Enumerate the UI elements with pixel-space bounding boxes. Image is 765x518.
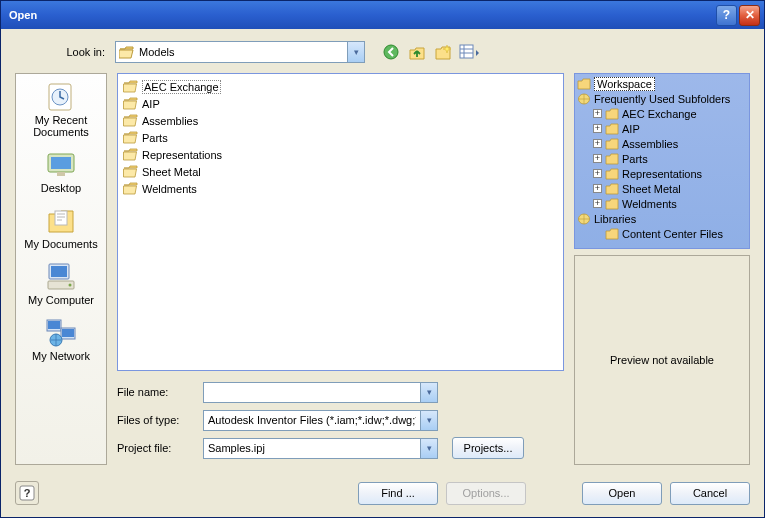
tree-node-label: Frequently Used Subfolders (594, 93, 730, 105)
tree-node[interactable]: +Weldments (577, 196, 747, 211)
globe-icon (577, 93, 591, 105)
folder-open-icon (119, 45, 135, 59)
file-name-dropdown-button[interactable] (420, 383, 437, 402)
tree-expand-icon[interactable]: + (593, 124, 602, 133)
file-list-item[interactable]: Assemblies (122, 112, 559, 129)
place-label: My Network (32, 350, 90, 362)
look-in-label: Look in: (15, 46, 115, 58)
folder-icon (123, 131, 138, 144)
folder-icon (605, 108, 619, 120)
file-list-item-label: Representations (142, 149, 222, 161)
tree-node-label: AIP (622, 123, 640, 135)
file-list-item[interactable]: Sheet Metal (122, 163, 559, 180)
project-file-combo[interactable]: Samples.ipj (203, 438, 438, 459)
projects-button[interactable]: Projects... (452, 437, 524, 459)
place-mydocs[interactable]: My Documents (19, 204, 103, 250)
workspace-tree[interactable]: WorkspaceFrequently Used Subfolders+AEC … (574, 73, 750, 249)
project-file-value: Samples.ipj (208, 442, 265, 454)
back-icon[interactable] (381, 42, 401, 62)
project-file-dropdown-button[interactable] (420, 439, 437, 458)
my-computer-icon (45, 260, 77, 292)
file-list-item[interactable]: Weldments (122, 180, 559, 197)
cancel-button[interactable]: Cancel (670, 482, 750, 505)
help-button[interactable]: ? (15, 481, 39, 505)
file-list-item-label: Assemblies (142, 115, 198, 127)
place-desktop[interactable]: Desktop (19, 148, 103, 194)
look-in-row: Look in: Models (15, 41, 750, 63)
tree-node[interactable]: +Parts (577, 151, 747, 166)
tree-node[interactable]: Libraries (577, 211, 747, 226)
svg-rect-18 (62, 329, 74, 337)
file-type-label: Files of type: (117, 414, 203, 426)
titlebar-close-button[interactable]: ✕ (739, 5, 760, 26)
place-mycomputer[interactable]: My Computer (19, 260, 103, 306)
places-bar: My Recent Documents Desktop My Documents… (15, 73, 107, 465)
svg-rect-10 (55, 211, 67, 225)
tree-node[interactable]: +Assemblies (577, 136, 747, 151)
center-column: AEC ExchangeAIPAssembliesPartsRepresenta… (117, 73, 564, 465)
svg-rect-9 (57, 172, 65, 176)
folder-icon (123, 148, 138, 161)
tree-expand-icon[interactable]: + (593, 139, 602, 148)
folder-icon (123, 97, 138, 110)
tree-node[interactable]: Content Center Files (577, 226, 747, 241)
tree-expand-icon[interactable]: + (593, 184, 602, 193)
file-list-item-label: Parts (142, 132, 168, 144)
file-list-item-label: AEC Exchange (142, 80, 221, 94)
svg-rect-16 (48, 321, 60, 329)
open-button[interactable]: Open (582, 482, 662, 505)
svg-text:?: ? (24, 487, 31, 499)
svg-rect-12 (51, 266, 67, 277)
tree-expand-icon[interactable]: + (593, 109, 602, 118)
svg-point-14 (69, 284, 72, 287)
nav-toolbar (381, 42, 479, 62)
file-list-item[interactable]: AIP (122, 95, 559, 112)
folder-icon (605, 153, 619, 165)
globe-icon (577, 213, 591, 225)
tree-node-label: AEC Exchange (622, 108, 697, 120)
folder-icon (123, 114, 138, 127)
tree-expand-icon[interactable]: + (593, 199, 602, 208)
file-name-label: File name: (117, 386, 203, 398)
place-label: Desktop (41, 182, 81, 194)
titlebar-help-button[interactable]: ? (716, 5, 737, 26)
up-one-level-icon[interactable] (407, 42, 427, 62)
folder-icon (123, 80, 138, 93)
file-list-item[interactable]: Parts (122, 129, 559, 146)
look-in-combo[interactable]: Models (115, 41, 365, 63)
tree-node-label: Sheet Metal (622, 183, 681, 195)
tree-node[interactable]: +AIP (577, 121, 747, 136)
views-icon[interactable] (459, 42, 479, 62)
tree-node[interactable]: +Representations (577, 166, 747, 181)
desktop-icon (45, 148, 77, 180)
file-name-input[interactable] (203, 382, 438, 403)
tree-node[interactable]: +AEC Exchange (577, 106, 747, 121)
place-mynetwork[interactable]: My Network (19, 316, 103, 362)
file-type-combo[interactable]: Autodesk Inventor Files (*.iam;*.idw;*.d… (203, 410, 438, 431)
folder-icon (605, 138, 619, 150)
project-file-label: Project file: (117, 442, 203, 454)
new-folder-icon[interactable] (433, 42, 453, 62)
tree-expand-icon[interactable]: + (593, 169, 602, 178)
tree-node[interactable]: +Sheet Metal (577, 181, 747, 196)
tree-node-label: Libraries (594, 213, 636, 225)
file-list-item-label: Weldments (142, 183, 197, 195)
file-list-item[interactable]: AEC Exchange (122, 78, 559, 95)
find-button[interactable]: Find ... (358, 482, 438, 505)
tree-node[interactable]: Frequently Used Subfolders (577, 91, 747, 106)
content-area: Look in: Models My Recent Documents (1, 29, 764, 517)
file-type-dropdown-button[interactable] (420, 411, 437, 430)
tree-node-label: Content Center Files (622, 228, 723, 240)
svg-rect-8 (51, 157, 71, 169)
folder-icon (605, 183, 619, 195)
window-title: Open (9, 9, 714, 21)
tree-node-label: Parts (622, 153, 648, 165)
tree-expand-icon[interactable]: + (593, 154, 602, 163)
file-list[interactable]: AEC ExchangeAIPAssembliesPartsRepresenta… (117, 73, 564, 371)
tree-node-workspace[interactable]: Workspace (577, 76, 747, 91)
folder-icon (605, 168, 619, 180)
look-in-dropdown-button[interactable] (347, 42, 364, 62)
file-list-item[interactable]: Representations (122, 146, 559, 163)
place-label: My Recent Documents (19, 114, 103, 138)
place-recent[interactable]: My Recent Documents (19, 80, 103, 138)
